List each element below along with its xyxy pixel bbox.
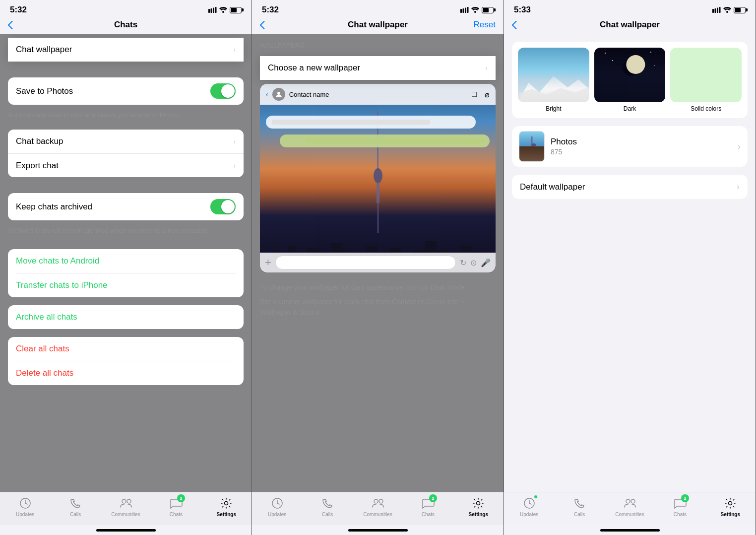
svg-point-14 [277, 92, 280, 95]
status-time-1: 5:32 [10, 5, 27, 15]
svg-rect-20 [715, 8, 716, 13]
panel-3: 5:33 Chat wallpaper [504, 0, 756, 535]
svg-point-6 [122, 499, 126, 503]
tab-chats-label-3: Chats [674, 512, 687, 517]
tab-bar-3: Updates Calls Communities 2 Chats Se [504, 492, 756, 525]
choose-wallpaper-label: Choose a new wallpaper [268, 63, 485, 73]
wallpaper-info: To change your wallpaper for dark appear… [252, 276, 504, 324]
tab-communities-1[interactable]: Communities [101, 496, 151, 517]
photos-info: Photos 875 [551, 137, 732, 156]
battery-2 [482, 7, 494, 13]
default-wallpaper-chevron: › [737, 182, 740, 192]
save-photos-subtext: Automatically save photos and videos you… [0, 109, 252, 126]
tab-calls-2[interactable]: Calls [302, 496, 352, 517]
chat-wallpaper-label: Chat wallpaper [16, 45, 233, 55]
svg-point-23 [726, 11, 728, 13]
nav-title-3: Chat wallpaper [600, 20, 660, 30]
back-button-1[interactable] [8, 21, 13, 29]
tab-chats-1[interactable]: 2 Chats [151, 496, 201, 517]
dark-label: Dark [624, 105, 636, 112]
status-icons-3 [712, 7, 746, 13]
status-time-3: 5:33 [514, 5, 531, 15]
svg-rect-9 [460, 9, 462, 13]
tab-chats-2[interactable]: 2 Chats [403, 496, 453, 517]
backup-chevron: › [233, 137, 236, 145]
updates-dot [534, 495, 538, 499]
tab-communities-3[interactable]: Communities [605, 496, 655, 517]
battery-3 [734, 7, 746, 13]
dark-wallpaper-thumb[interactable]: Dark [594, 48, 666, 112]
solid-colors-thumb[interactable]: Solid colors [670, 48, 742, 112]
clear-all-link[interactable]: Clear all chats [8, 337, 244, 361]
default-wallpaper-group: Default wallpaper › [512, 175, 748, 199]
chat-backup-row[interactable]: Chat backup › [8, 130, 244, 153]
keep-archived-label: Keep chats archived [16, 202, 210, 212]
dark-mode-info: To change your wallpaper for dark appear… [260, 282, 496, 293]
svg-rect-22 [719, 7, 721, 13]
choose-wallpaper-chevron: › [485, 64, 488, 72]
nav-title-1: Chats [114, 20, 137, 30]
chat-wallpaper-row[interactable]: Chat wallpaper › [8, 38, 244, 62]
svg-rect-12 [467, 7, 469, 13]
tab-settings-2[interactable]: Settings [453, 496, 504, 517]
photos-row[interactable]: Photos 875 › [512, 126, 748, 167]
tab-settings-3[interactable]: Settings [705, 496, 756, 517]
chat-badge-2: 2 [429, 494, 437, 502]
custom-wallpaper-info: Set a custom wallpaper for each chat fro… [260, 297, 496, 318]
tab-calls-3[interactable]: Calls [554, 496, 604, 517]
transfer-iphone-link[interactable]: Transfer chats to iPhone [8, 273, 244, 297]
back-button-3[interactable] [512, 21, 517, 29]
svg-rect-11 [465, 8, 466, 13]
tab-calls-label-3: Calls [574, 512, 585, 517]
back-button-2[interactable] [260, 21, 265, 29]
tab-calls-label-2: Calls [322, 512, 333, 517]
photos-group: Photos 875 › [512, 126, 748, 167]
wallpapers-section-label: Wallpapers [252, 34, 504, 52]
tab-updates-1[interactable]: Updates [0, 496, 50, 517]
wallpaper-chevron: › [233, 46, 236, 54]
wallpaper-thumbs-group: Bright Dark [512, 42, 748, 118]
default-wallpaper-row[interactable]: Default wallpaper › [512, 175, 748, 199]
svg-rect-19 [712, 9, 714, 13]
photos-count: 875 [551, 148, 732, 156]
tab-communities-label-2: Communities [363, 512, 392, 517]
chat-preview-header: ‹ Contact name □ ⌀ [260, 84, 496, 105]
move-android-link[interactable]: Move chats to Android [8, 249, 244, 273]
reset-button[interactable]: Reset [474, 20, 496, 30]
tab-chats-3[interactable]: 2 Chats [655, 496, 705, 517]
chat-badge-3: 2 [681, 494, 689, 502]
wallpaper-preview: ‹ Contact name □ ⌀ [260, 84, 496, 272]
svg-point-8 [225, 502, 228, 505]
chat-backup-label: Chat backup [16, 136, 233, 146]
tab-updates-2[interactable]: Updates [252, 496, 302, 517]
photos-title: Photos [551, 137, 732, 147]
solid-colors-label: Solid colors [691, 105, 721, 112]
choose-wallpaper-row[interactable]: Choose a new wallpaper › [260, 56, 496, 80]
tab-settings-1[interactable]: Settings [201, 496, 252, 517]
export-chat-label: Export chat [16, 161, 233, 171]
tab-bar-1: Updates Calls Communities 2 Chats Se [0, 492, 252, 525]
keep-archived-row: Keep chats archived [8, 193, 244, 220]
svg-point-4 [222, 11, 224, 13]
archive-all-link[interactable]: Archive all chats [8, 305, 244, 329]
tab-updates-3[interactable]: Updates [504, 496, 554, 517]
message-bubbles [260, 112, 496, 149]
svg-rect-10 [463, 8, 464, 13]
export-chat-row[interactable]: Export chat › [8, 153, 244, 177]
nav-title-2: Chat wallpaper [348, 20, 408, 30]
tab-calls-1[interactable]: Calls [50, 496, 100, 517]
tab-communities-label-3: Communities [615, 512, 644, 517]
chat-wallpaper-group: Chat wallpaper › [8, 38, 244, 62]
tab-updates-label-1: Updates [16, 512, 34, 517]
svg-rect-0 [208, 9, 210, 13]
tab-settings-label-2: Settings [469, 512, 488, 517]
delete-all-link[interactable]: Delete all chats [8, 361, 244, 385]
bright-wallpaper-thumb[interactable]: Bright [518, 48, 589, 112]
save-photos-toggle[interactable] [210, 83, 236, 99]
svg-rect-21 [717, 8, 718, 13]
panel-1: 5:32 Chats Chat wallpaper › Save to [0, 0, 252, 535]
tab-communities-2[interactable]: Communities [353, 496, 403, 517]
keep-archived-toggle[interactable] [210, 199, 236, 214]
save-photos-row: Save to Photos [8, 77, 244, 105]
svg-rect-1 [211, 8, 212, 13]
